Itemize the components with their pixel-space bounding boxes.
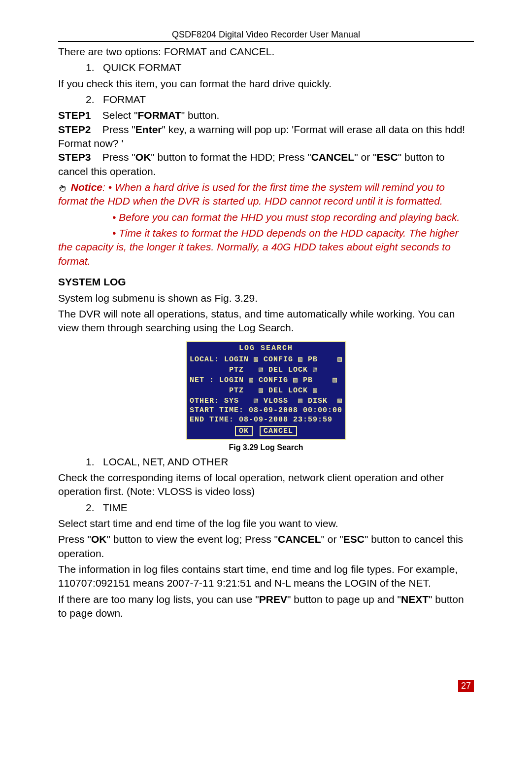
log-p5-b: " button to page up and " <box>287 594 401 605</box>
log-p5: If there are too many log lists, you can… <box>58 593 474 621</box>
page-number-wrap: 27 <box>58 679 474 692</box>
checkbox-icon[interactable]: ▧ <box>313 386 318 395</box>
dvr-end-time: END TIME: 08-09-2008 23:59:59 <box>190 416 342 424</box>
system-log-heading: SYSTEM LOG <box>58 275 474 289</box>
system-log-p2: The DVR will note all operations, status… <box>58 307 474 335</box>
step1-text-a: Select " <box>102 109 138 121</box>
step3-label: STEP3 <box>58 150 100 164</box>
dvr-opt-pb[interactable]: PB <box>303 376 313 385</box>
log-item1-desc: Check the corresponding items of local o… <box>58 471 474 499</box>
step3-bold2: CANCEL <box>311 151 355 163</box>
page: QSDF8204 Digital Video Recorder User Man… <box>0 0 532 707</box>
log-p3-c: " or " <box>321 533 343 545</box>
checkbox-icon[interactable]: ▧ <box>259 366 264 374</box>
checkbox-icon[interactable]: ▧ <box>337 355 342 364</box>
step1-label: STEP1 <box>58 108 100 122</box>
dvr-row-label: NET : <box>190 376 214 385</box>
step3-text-c: " or " <box>354 151 376 163</box>
log-p3: Press "OK" button to view the event log;… <box>58 532 474 561</box>
dvr-opt-sys[interactable]: SYS <box>224 397 239 405</box>
dvr-row-local: LOCAL: LOGIN ▧ CONFIG ▧ PB ▧ <box>190 354 342 364</box>
intro-text: There are two options: FORMAT and CANCEL… <box>58 45 474 59</box>
list-number: 2. <box>86 94 95 105</box>
page-number: 27 <box>458 680 474 692</box>
dvr-opt-ptz[interactable]: PTZ <box>229 366 244 374</box>
checkbox-icon[interactable]: ▧ <box>293 376 298 385</box>
checkbox-icon[interactable]: ▧ <box>298 355 303 364</box>
log-p3-a: Press " <box>58 533 91 545</box>
dvr-start-value[interactable]: 08-09-2008 00:00:00 <box>249 406 342 415</box>
dvr-log-search-panel: LOG SEARCH LOCAL: LOGIN ▧ CONFIG ▧ PB ▧ … <box>186 341 346 440</box>
page-header: QSDF8204 Digital Video Recorder User Man… <box>58 30 474 40</box>
dvr-opt-login[interactable]: LOGIN <box>219 376 244 385</box>
dvr-opt-dellock[interactable]: DEL LOCK <box>268 366 308 374</box>
step2-label: STEP2 <box>58 123 100 137</box>
log-p5-bold2: NEXT <box>401 594 429 605</box>
step2: STEP2 Press "Enter" key, a warning will … <box>58 123 474 151</box>
notice-line2: • Before you can format the HHD you must… <box>58 211 474 224</box>
dvr-title: LOG SEARCH <box>190 344 342 352</box>
quick-format-heading: 1. QUICK FORMAT <box>58 61 474 74</box>
dvr-buttons: OK CANCEL <box>190 426 342 436</box>
ok-button[interactable]: OK <box>235 426 253 436</box>
header-rule <box>58 41 474 42</box>
step3-text-b: " button to format the HDD; Press " <box>151 151 311 163</box>
dvr-opt-disk[interactable]: DISK <box>308 397 328 405</box>
step3-bold3: ESC <box>376 151 398 163</box>
list-number: 1. <box>86 456 95 467</box>
figure-caption: Fig 3.29 Log Search <box>58 443 474 452</box>
cancel-button[interactable]: CANCEL <box>260 426 297 436</box>
checkbox-icon[interactable]: ▧ <box>313 366 318 374</box>
checkbox-icon[interactable]: ▧ <box>249 376 254 385</box>
checkbox-icon[interactable]: ▧ <box>254 355 259 364</box>
dvr-opt-pb[interactable]: PB <box>308 355 318 364</box>
notice-line3-wrap: • Time it takes to format the HDD depend… <box>58 226 474 268</box>
dvr-opt-config[interactable]: CONFIG <box>259 376 288 385</box>
log-p3-bold1: OK <box>91 533 107 545</box>
list-label: QUICK FORMAT <box>103 62 181 73</box>
step3-bold1: OK <box>135 151 151 163</box>
dvr-row-label: OTHER: <box>190 397 219 405</box>
step1-text-b: " button. <box>181 109 220 121</box>
dvr-opt-ptz[interactable]: PTZ <box>229 386 244 395</box>
step3: STEP3 Press "OK" button to format the HD… <box>58 150 474 178</box>
dvr-row-local2: PTZ ▧ DEL LOCK ▧ <box>190 365 342 374</box>
checkbox-icon[interactable]: ▧ <box>254 397 259 405</box>
list-number: 2. <box>86 502 95 513</box>
dvr-row-other: OTHER: SYS ▧ VLOSS ▧ DISK ▧ <box>190 396 342 405</box>
hand-pointer-icon <box>58 184 67 193</box>
notice-block: Notice: • When a hard drive is used for … <box>58 180 474 209</box>
step2-bold: Enter <box>135 124 162 135</box>
dvr-opt-config[interactable]: CONFIG <box>264 355 293 364</box>
dvr-opt-vloss[interactable]: VLOSS <box>264 397 288 405</box>
dvr-row-label: LOCAL: <box>190 355 219 364</box>
notice-line1: : • When a hard drive is used for the fi… <box>58 181 445 207</box>
checkbox-icon[interactable]: ▧ <box>259 386 264 395</box>
step1: STEP1 Select "FORMAT" button. <box>58 108 474 122</box>
notice-label: Notice <box>71 181 102 193</box>
dvr-opt-login[interactable]: LOGIN <box>224 355 249 364</box>
dvr-end-value[interactable]: 08-09-2008 23:59:59 <box>239 416 332 424</box>
log-p5-a: If there are too many log lists, you can… <box>58 594 259 605</box>
dvr-end-label: END TIME: <box>190 416 234 424</box>
dvr-start-time: START TIME: 08-09-2008 00:00:00 <box>190 406 342 415</box>
log-item2-heading: 2. TIME <box>58 501 474 515</box>
dvr-start-label: START TIME: <box>190 406 244 415</box>
log-item1-heading: 1. LOCAL, NET, AND OTHER <box>58 455 474 469</box>
list-label: FORMAT <box>103 94 146 105</box>
list-label: TIME <box>103 502 128 513</box>
checkbox-icon[interactable]: ▧ <box>298 397 303 405</box>
log-item2-desc: Select start time and end time of the lo… <box>58 517 474 530</box>
checkbox-icon[interactable]: ▧ <box>332 376 337 385</box>
dvr-opt-dellock[interactable]: DEL LOCK <box>268 386 308 395</box>
dvr-row-net2: PTZ ▧ DEL LOCK ▧ <box>190 386 342 395</box>
list-number: 1. <box>86 62 95 73</box>
step1-bold: FORMAT <box>138 109 181 121</box>
log-p3-bold3: ESC <box>343 533 365 545</box>
log-p5-bold1: PREV <box>259 594 287 605</box>
step3-text-a: Press " <box>102 151 135 163</box>
notice-line3: • Time it takes to format the HDD depend… <box>58 227 458 267</box>
checkbox-icon[interactable]: ▧ <box>337 397 342 405</box>
dvr-row-net: NET : LOGIN ▧ CONFIG ▧ PB ▧ <box>190 375 342 385</box>
system-log-p1: System log submenu is shown as Fig. 3.29… <box>58 291 474 305</box>
